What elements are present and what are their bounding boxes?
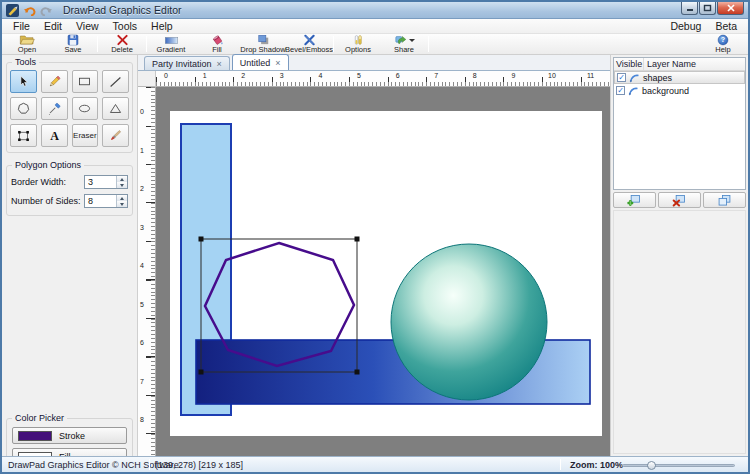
- ruler-number: 6: [393, 72, 403, 79]
- border-width-spin-down-button[interactable]: [117, 182, 127, 188]
- spin-up-icon: [120, 197, 124, 200]
- pencil-icon: [47, 74, 62, 89]
- eyedropper-tool-button[interactable]: [41, 97, 68, 120]
- fill-button[interactable]: Fill: [194, 34, 240, 54]
- tab-close-icon[interactable]: ×: [217, 60, 222, 68]
- menu-view[interactable]: View: [69, 19, 106, 33]
- main-toolbar: Open Save Delete Gradient: [2, 34, 748, 55]
- app-window: DrawPad Graphics Editor File Edit View T…: [0, 0, 750, 474]
- delete-layer-button[interactable]: [658, 192, 701, 208]
- line-icon: [108, 75, 123, 89]
- layer-thumbnail-icon: [628, 86, 639, 96]
- drop-shadow-button[interactable]: Drop Shadow: [240, 34, 286, 54]
- save-button[interactable]: Save: [50, 34, 96, 54]
- tab-untitled[interactable]: Untitled ×: [232, 54, 289, 70]
- zoom-slider[interactable]: [622, 464, 735, 467]
- number-of-sides-input[interactable]: 8: [84, 194, 128, 208]
- ruler-number: 1: [140, 147, 144, 154]
- stroke-color-button[interactable]: Stroke: [12, 427, 127, 444]
- tab-party-invitation[interactable]: Party Invitation ×: [144, 56, 230, 70]
- share-button[interactable]: Share: [381, 34, 427, 54]
- undo-icon[interactable]: [23, 4, 36, 16]
- line-tool-button[interactable]: [102, 70, 129, 93]
- menu-edit[interactable]: Edit: [37, 19, 69, 33]
- toolbar-separator: [146, 36, 147, 52]
- menu-file[interactable]: File: [6, 19, 37, 33]
- maximize-button[interactable]: [699, 2, 716, 15]
- window-title: DrawPad Graphics Editor: [63, 4, 181, 16]
- eraser-tool-button[interactable]: Eraser: [72, 124, 99, 147]
- menu-beta[interactable]: Beta: [708, 20, 744, 32]
- layer-row-background[interactable]: ✓background: [614, 84, 745, 97]
- menu-help[interactable]: Help: [144, 19, 180, 33]
- options-button[interactable]: Options: [335, 34, 381, 54]
- menu-debug[interactable]: Debug: [663, 20, 708, 32]
- selection-handle-ne[interactable]: [355, 237, 360, 242]
- layer-list-rows: ✓shapes✓background: [614, 71, 745, 97]
- ruler-number: 3: [140, 224, 144, 231]
- text-icon: A: [47, 128, 62, 143]
- border-width-input[interactable]: 3: [84, 175, 128, 189]
- triangle-tool-button[interactable]: [102, 97, 129, 120]
- tab-close-icon[interactable]: ×: [275, 59, 280, 67]
- title-bar[interactable]: DrawPad Graphics Editor: [2, 2, 748, 19]
- ruler-number: 3: [277, 72, 287, 79]
- rectangle-tool-button[interactable]: [72, 70, 99, 93]
- polygon-options-title: Polygon Options: [12, 160, 84, 170]
- menu-bar: File Edit View Tools Help Debug Beta: [2, 19, 748, 34]
- bevel-emboss-button[interactable]: Bevel/Emboss: [286, 34, 332, 54]
- border-width-value: 3: [85, 176, 116, 188]
- rectangle-icon: [77, 75, 92, 88]
- h-ruler: 01234567891011: [156, 71, 610, 87]
- ruler-number: 0: [140, 108, 144, 115]
- polygon-tool-button[interactable]: [10, 97, 37, 120]
- sides-spin-down-button[interactable]: [117, 201, 127, 207]
- ruler-number: 7: [431, 72, 441, 79]
- open-button[interactable]: Open: [4, 34, 50, 54]
- status-separator: [149, 459, 150, 470]
- tools-sidebar: Tools: [2, 55, 138, 456]
- color-picker-title: Color Picker: [12, 413, 67, 423]
- add-layer-button[interactable]: [613, 192, 656, 208]
- sidebar-spacer: [6, 222, 133, 418]
- duplicate-layer-button[interactable]: [703, 192, 746, 208]
- brush-icon: [108, 128, 123, 143]
- select-tool-button[interactable]: [10, 70, 37, 93]
- redo-icon[interactable]: [40, 4, 53, 16]
- close-icon: [727, 4, 735, 12]
- selection-handle-se[interactable]: [355, 370, 360, 375]
- share-dropdown-caret[interactable]: [409, 39, 415, 42]
- layer-list: Visible Layer Name ✓shapes✓background: [613, 57, 746, 190]
- layer-name-column-header: Layer Name: [644, 58, 745, 70]
- menu-tools[interactable]: Tools: [106, 19, 145, 33]
- brush-tool-button[interactable]: [102, 124, 129, 147]
- visible-column-header: Visible: [614, 58, 644, 70]
- selection-handle-nw[interactable]: [199, 237, 204, 242]
- app-logo-icon: [6, 4, 19, 17]
- ruler-corner: [138, 71, 156, 87]
- triangle-icon: [108, 102, 123, 115]
- zoom-slider-thumb[interactable]: [647, 461, 656, 470]
- layer-row-shapes[interactable]: ✓shapes: [614, 71, 745, 84]
- selection-handle-sw[interactable]: [199, 370, 204, 375]
- eyedropper-icon: [47, 101, 62, 116]
- ellipse-tool-button[interactable]: [72, 97, 99, 120]
- layers-panel: Visible Layer Name ✓shapes✓background: [610, 55, 748, 456]
- help-button[interactable]: ? Help: [700, 34, 746, 54]
- polygon-icon: [16, 101, 31, 116]
- layer-visible-checkbox[interactable]: ✓: [617, 73, 626, 82]
- gradient-swatch-icon: [164, 35, 179, 46]
- status-separator: [560, 459, 561, 470]
- close-button[interactable]: [717, 2, 744, 15]
- pencil-tool-button[interactable]: [41, 70, 68, 93]
- drawing-canvas[interactable]: [156, 87, 610, 456]
- shape-sphere[interactable]: [391, 244, 547, 400]
- transform-tool-button[interactable]: [10, 124, 37, 147]
- ruler-number: 2: [140, 185, 144, 192]
- gradient-button[interactable]: Gradient: [148, 34, 194, 54]
- delete-button[interactable]: Delete: [99, 34, 145, 54]
- text-tool-button[interactable]: A: [41, 124, 68, 147]
- layer-list-header: Visible Layer Name: [614, 58, 745, 71]
- minimize-button[interactable]: [681, 2, 698, 15]
- layer-visible-checkbox[interactable]: ✓: [616, 86, 625, 95]
